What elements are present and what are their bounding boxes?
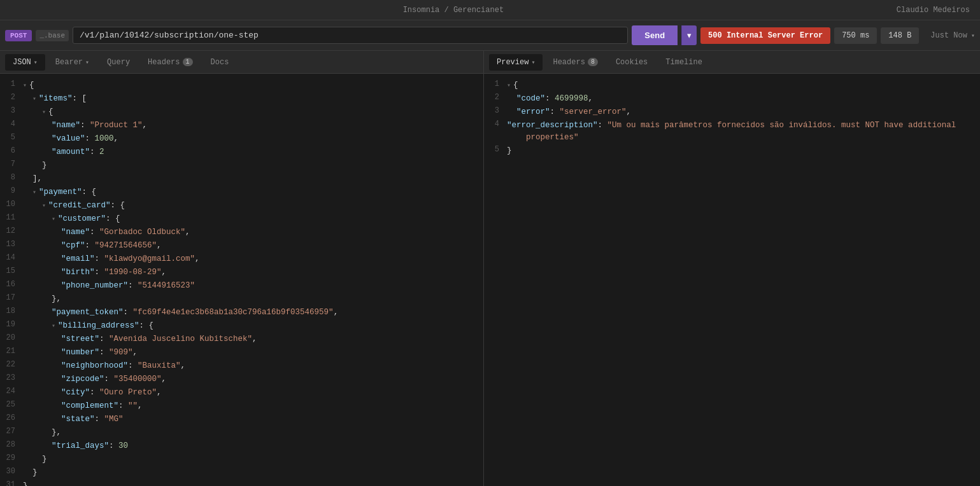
table-row: 28 "trial_days": 30	[0, 440, 483, 453]
table-row: 24 "city": "Ouro Preto",	[0, 386, 483, 399]
table-row: 15 "birth": "1990-08-29",	[0, 266, 483, 279]
tab-bearer[interactable]: Bearer ▾	[48, 54, 97, 71]
user-name: Claudio Medeiros	[897, 6, 970, 15]
table-row: 5 }	[484, 144, 980, 158]
status-badge: 500 Internal Server Error	[700, 27, 830, 44]
table-row: 18 "payment_token": "fc69f4e4e1ec3b68ab1…	[0, 306, 483, 319]
tab-cookies-label: Cookies	[616, 58, 648, 67]
table-row: 30 }	[0, 466, 483, 480]
tab-preview-arrow[interactable]: ▾	[531, 59, 535, 66]
tab-json-arrow[interactable]: ▾	[34, 59, 38, 66]
response-time-badge: 750 ms	[834, 27, 877, 44]
send-dropdown-button[interactable]: ▾	[681, 25, 697, 45]
table-row: 22 "neighborhood": "Bauxita",	[0, 359, 483, 373]
table-row: 25 "complement": "",	[0, 399, 483, 413]
request-panel: JSON ▾ Bearer ▾ Query Headers 1 Docs 1 ▾…	[0, 51, 484, 486]
tab-json[interactable]: JSON ▾	[5, 54, 45, 71]
http-method-badge[interactable]: POST	[5, 30, 32, 41]
request-body-editor[interactable]: 1 ▾{ 2 ▾"items": [ 3 ▾{ 4 "name": "Produ…	[0, 74, 483, 486]
tab-response-headers[interactable]: Headers 8	[545, 54, 605, 71]
tab-json-label: JSON	[13, 58, 31, 67]
tab-docs[interactable]: Docs	[203, 54, 237, 71]
table-row: 11 ▾"customer": {	[0, 212, 483, 226]
table-row: 8 ],	[0, 172, 483, 186]
response-size-badge: 148 B	[881, 27, 919, 44]
table-row: 7 }	[0, 159, 483, 172]
table-row: 3 "error": "server_error",	[484, 106, 980, 119]
top-nav: Insomnia / Gerencianet Claudio Medeiros	[0, 0, 980, 20]
table-row: 4 "error_description": "Um ou mais parâm…	[484, 119, 980, 144]
tab-headers[interactable]: Headers 1	[140, 54, 200, 71]
tab-response-headers-badge: 8	[588, 58, 598, 66]
tab-bearer-label: Bearer	[55, 58, 83, 67]
table-row: 9 ▾"payment": {	[0, 186, 483, 199]
table-row: 29 }	[0, 453, 483, 466]
tab-docs-label: Docs	[211, 58, 229, 67]
table-row: 19 ▾"billing_address": {	[0, 319, 483, 333]
table-row: 23 "zipcode": "35400000",	[0, 373, 483, 386]
tab-preview-label: Preview	[497, 58, 529, 67]
tab-preview[interactable]: Preview ▾	[489, 54, 543, 71]
url-path-input[interactable]: /v1/plan/10142/subscription/one-step	[73, 27, 628, 44]
tab-bearer-arrow[interactable]: ▾	[85, 59, 89, 66]
table-row: 2 "code": 4699998,	[484, 92, 980, 106]
url-bar: POST _.base /v1/plan/10142/subscription/…	[0, 20, 980, 51]
table-row: 27 },	[0, 426, 483, 440]
timestamp-arrow-icon[interactable]: ▾	[971, 32, 975, 39]
tab-timeline[interactable]: Timeline	[658, 54, 710, 71]
base-env-badge[interactable]: _.base	[36, 30, 69, 41]
tab-cookies[interactable]: Cookies	[608, 54, 655, 71]
response-panel: Preview ▾ Headers 8 Cookies Timeline 1 ▾…	[484, 51, 980, 486]
response-body-viewer: 1 ▾{ 2 "code": 4699998, 3 "error": "serv…	[484, 74, 980, 486]
table-row: 14 "email": "klawdyo@gmail.com",	[0, 253, 483, 266]
request-tab-bar: JSON ▾ Bearer ▾ Query Headers 1 Docs	[0, 51, 483, 74]
breadcrumb: Insomnia / Gerencianet	[403, 6, 504, 15]
table-row: 1 ▾{	[484, 79, 980, 92]
tab-headers-badge: 1	[183, 58, 193, 66]
table-row: 2 ▾"items": [	[0, 92, 483, 106]
table-row: 10 ▾"credit_card": {	[0, 199, 483, 212]
tab-headers-label: Headers	[148, 58, 180, 67]
table-row: 4 "name": "Product 1",	[0, 119, 483, 132]
timestamp-label: Just Now	[930, 31, 967, 40]
table-row: 6 "amount": 2	[0, 146, 483, 159]
send-button[interactable]: Send	[632, 25, 678, 45]
tab-query[interactable]: Query	[99, 54, 138, 71]
response-tab-bar: Preview ▾ Headers 8 Cookies Timeline	[484, 51, 980, 74]
table-row: 20 "street": "Avenida Juscelino Kubitsch…	[0, 333, 483, 346]
tab-timeline-label: Timeline	[665, 58, 702, 67]
table-row: 12 "name": "Gorbadoc Oldbuck",	[0, 226, 483, 239]
tab-query-label: Query	[107, 58, 130, 67]
table-row: 21 "number": "909",	[0, 346, 483, 359]
table-row: 13 "cpf": "94271564656",	[0, 239, 483, 253]
table-row: 17 },	[0, 293, 483, 306]
table-row: 31 }	[0, 480, 483, 486]
tab-response-headers-label: Headers	[553, 58, 585, 67]
table-row: 26 "state": "MG"	[0, 413, 483, 426]
table-row: 1 ▾{	[0, 79, 483, 92]
main-content: JSON ▾ Bearer ▾ Query Headers 1 Docs 1 ▾…	[0, 51, 980, 486]
table-row: 3 ▾{	[0, 106, 483, 119]
table-row: 5 "value": 1000,	[0, 132, 483, 146]
table-row: 16 "phone_number": "5144916523"	[0, 279, 483, 293]
